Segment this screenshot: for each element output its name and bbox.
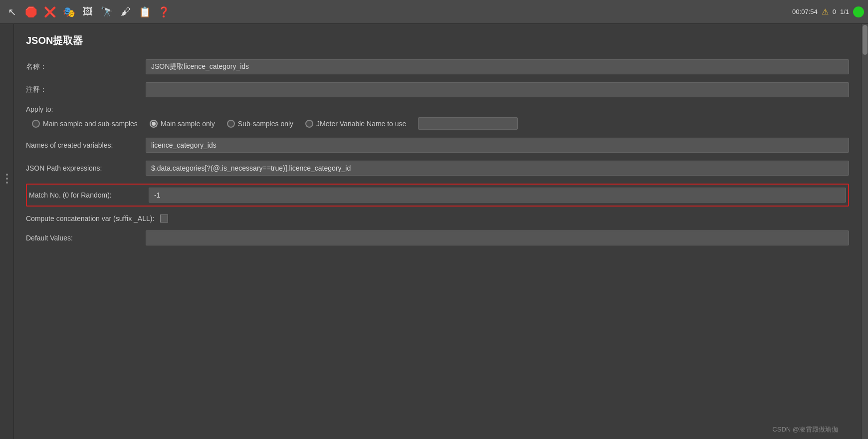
radio-jmeter-var[interactable]: JMeter Variable Name to use	[305, 120, 406, 128]
match-no-input[interactable]	[149, 188, 846, 203]
scrollbar-thumb[interactable]	[863, 25, 868, 55]
right-scrollbar[interactable]	[861, 24, 868, 439]
match-no-highlighted-row: Match No. (0 for Random):	[26, 184, 849, 207]
apply-to-section: Apply to: Main sample and sub-samples Ma…	[26, 105, 849, 130]
radio-circle-main-only	[150, 120, 158, 128]
config-icon[interactable]: 🎭	[61, 4, 77, 20]
toolbar-right: 00:07:54 ⚠ 0 1/1	[792, 6, 864, 17]
json-path-row: JSON Path expressions:	[26, 161, 849, 176]
radio-main-sub[interactable]: Main sample and sub-samples	[32, 120, 138, 128]
comment-input[interactable]	[146, 82, 849, 97]
list-icon[interactable]: 📋	[137, 4, 153, 20]
concat-checkbox-item[interactable]	[160, 215, 168, 222]
jmeter-var-input[interactable]	[418, 117, 518, 130]
name-row: 名称：	[26, 59, 849, 74]
radio-label-main-sub: Main sample and sub-samples	[43, 120, 138, 128]
radio-main-only[interactable]: Main sample only	[150, 120, 215, 128]
concat-var-label: Compute concatenation var (suffix _ALL):	[26, 215, 160, 222]
json-path-input[interactable]	[146, 161, 849, 176]
match-no-label: Match No. (0 for Random):	[29, 191, 149, 199]
radio-label-sub-only: Sub-samples only	[238, 120, 293, 128]
status-green-icon	[853, 6, 864, 17]
default-values-row: Default Values:	[26, 230, 849, 245]
timer-display: 00:07:54	[792, 8, 818, 15]
toolbar: ↖ 🛑 ❌ 🎭 🖼 🔭 🖌 📋 ❓ 00:07:54 ⚠ 0 1/1	[0, 0, 868, 24]
match-no-row: Match No. (0 for Random):	[29, 188, 846, 203]
var-names-input[interactable]	[146, 138, 849, 153]
json-extractor-panel: JSON提取器 名称： 注释： Apply to: Main sample an…	[14, 24, 861, 439]
name-label: 名称：	[26, 62, 146, 71]
json-path-label: JSON Path expressions:	[26, 164, 146, 172]
comment-label: 注释：	[26, 85, 146, 94]
panel-title: JSON提取器	[26, 34, 849, 47]
stop-icon[interactable]: 🛑	[23, 4, 39, 20]
radio-circle-sub-only	[227, 120, 235, 128]
default-values-input[interactable]	[146, 230, 849, 245]
radio-label-main-only: Main sample only	[161, 120, 215, 128]
name-input[interactable]	[146, 59, 849, 74]
gutter-dot-2	[6, 178, 8, 180]
radio-label-jmeter-var: JMeter Variable Name to use	[316, 120, 406, 128]
concat-var-row: Compute concatenation var (suffix _ALL):	[26, 215, 849, 222]
radio-group: Main sample and sub-samples Main sample …	[32, 117, 849, 130]
image-icon[interactable]: 🖼	[80, 4, 96, 20]
gutter-dot-1	[6, 174, 8, 176]
gutter-dot-3	[6, 182, 8, 184]
help-icon[interactable]: ❓	[156, 4, 172, 20]
warning-count: 0	[833, 8, 836, 15]
var-names-label: Names of created variables:	[26, 141, 146, 149]
paint-icon[interactable]: 🖌	[118, 4, 134, 20]
var-names-row: Names of created variables:	[26, 138, 849, 153]
concat-checkbox[interactable]	[160, 215, 168, 222]
radio-sub-only[interactable]: Sub-samples only	[227, 120, 293, 128]
radio-circle-jmeter-var	[305, 120, 313, 128]
comment-row: 注释：	[26, 82, 849, 97]
warning-icon: ⚠	[822, 7, 829, 16]
left-gutter	[0, 24, 14, 439]
watermark: CSDN @凌霄殿做瑜伽	[772, 425, 838, 434]
close-icon[interactable]: ❌	[42, 4, 58, 20]
default-values-label: Default Values:	[26, 234, 146, 242]
pagination-display: 1/1	[840, 8, 849, 15]
cursor-icon[interactable]: ↖	[4, 4, 20, 20]
radio-circle-main-sub	[32, 120, 40, 128]
binoculars-icon[interactable]: 🔭	[99, 4, 115, 20]
main-content: JSON提取器 名称： 注释： Apply to: Main sample an…	[0, 24, 868, 439]
apply-to-label: Apply to:	[26, 105, 849, 113]
